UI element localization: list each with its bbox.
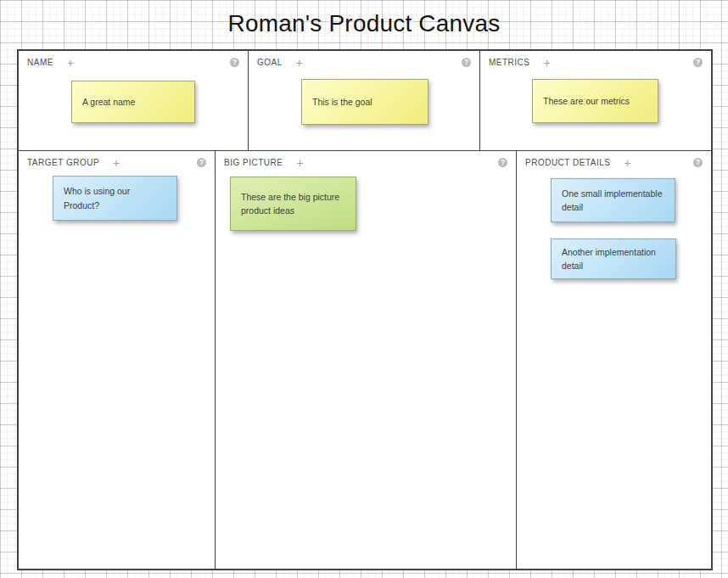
section-big-picture-header: BIG PICTURE + ? [216,151,516,167]
section-goal: GOAL + ? This is the goal [248,51,479,150]
section-product-details: PRODUCT DETAILS + ? One small implementa… [516,151,711,569]
help-icon[interactable]: ? [498,158,507,167]
canvas-bottom-row: TARGET GROUP + ? Who is using our Produc… [19,151,711,569]
section-name: NAME + ? A great name [19,51,248,150]
section-product-details-header: PRODUCT DETAILS + ? [517,151,711,167]
sticky-note[interactable]: This is the goal [301,79,428,125]
help-icon[interactable]: ? [693,58,703,67]
section-label: NAME [27,58,53,67]
sticky-note-text: One small implementable detail [562,187,664,215]
help-icon[interactable]: ? [230,58,239,67]
section-label: GOAL [257,58,283,67]
help-icon[interactable]: ? [197,158,206,167]
help-icon[interactable]: ? [462,58,471,67]
sticky-note-text: These are our metrics [543,94,630,108]
sticky-note[interactable]: These are the big picture product ideas [230,177,356,231]
section-label: BIG PICTURE [224,158,283,167]
section-goal-header: GOAL + ? [249,51,479,67]
section-label: TARGET GROUP [27,158,99,167]
section-target-group-header: TARGET GROUP + ? [19,151,215,167]
sticky-note[interactable]: These are our metrics [532,79,658,123]
section-label: METRICS [489,58,530,67]
sticky-note[interactable]: Another implementation detail [551,238,676,279]
canvas-top-row: NAME + ? A great name GOAL + ? This is t… [19,51,711,151]
add-note-button[interactable]: + [296,59,303,67]
sticky-note-text: These are the big picture product ideas [241,190,345,218]
section-target-group: TARGET GROUP + ? Who is using our Produc… [19,151,215,569]
sticky-note-text: Another implementation detail [562,245,665,273]
section-name-header: NAME + ? [19,51,248,67]
sticky-note-text: This is the goal [312,95,372,109]
add-note-button[interactable]: + [67,59,74,67]
help-icon[interactable]: ? [693,158,703,167]
sticky-note[interactable]: A great name [71,81,195,123]
sticky-note[interactable]: Who is using our Product? [53,176,177,221]
add-note-button[interactable]: + [113,159,120,167]
section-metrics: METRICS + ? These are our metrics [479,51,711,150]
sticky-note-text: A great name [82,95,135,109]
section-metrics-header: METRICS + ? [480,51,711,67]
add-note-button[interactable]: + [544,59,551,67]
add-note-button[interactable]: + [624,159,630,167]
sticky-note-text: Who is using our Product? [64,184,166,212]
page-title: Roman's Product Canvas [0,0,728,48]
product-canvas: NAME + ? A great name GOAL + ? This is t… [17,49,713,570]
section-label: PRODUCT DETAILS [525,158,610,167]
section-big-picture: BIG PICTURE + ? These are the big pictur… [215,151,516,569]
sticky-note[interactable]: One small implementable detail [551,178,675,222]
add-note-button[interactable]: + [296,159,303,167]
